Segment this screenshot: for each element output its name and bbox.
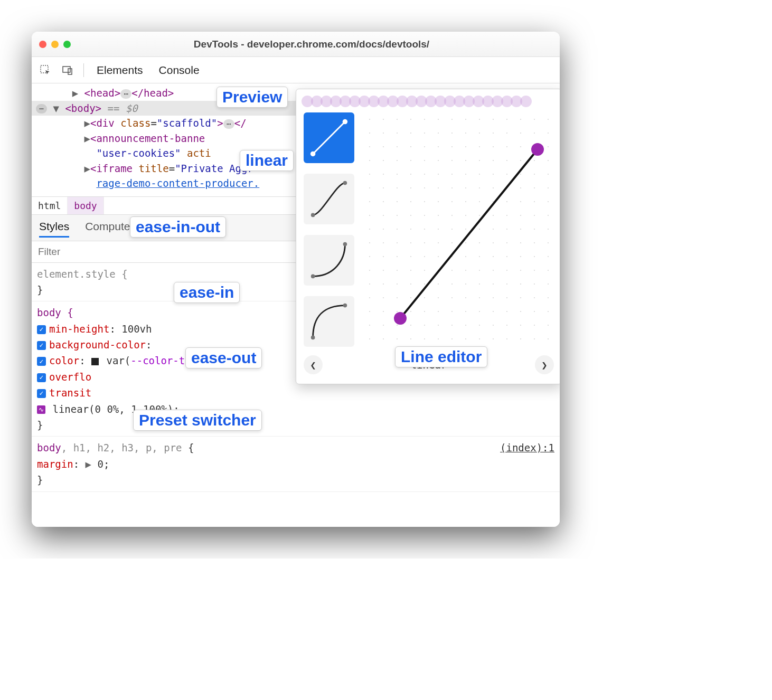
tab-computed[interactable]: Computed: [85, 220, 136, 238]
window-controls: [39, 41, 71, 48]
easing-presets-list: [304, 112, 354, 347]
tab-console[interactable]: Console: [156, 62, 203, 79]
easing-editor-popover: ❮ linear ❯: [296, 89, 560, 384]
preset-linear[interactable]: [304, 112, 354, 163]
easing-swatch-icon[interactable]: ∿: [37, 405, 45, 414]
prev-preset-button[interactable]: ❮: [304, 355, 323, 374]
svg-rect-1: [63, 67, 70, 72]
svg-line-11: [400, 149, 538, 318]
svg-point-6: [343, 181, 347, 185]
callout-linear: linear: [240, 150, 294, 171]
svg-point-5: [311, 213, 315, 217]
iframe-src-link[interactable]: rage-demo-content-producer.: [96, 177, 259, 189]
panel-body: ▶ <head>⋯</head> ⋯ ▼ <body> == $0 ▶<div …: [32, 83, 560, 527]
svg-point-10: [343, 304, 347, 308]
callout-ease-out: ease-out: [185, 347, 262, 368]
svg-point-12: [394, 312, 407, 325]
titlebar: DevTools - developer.chrome.com/docs/dev…: [32, 32, 560, 57]
inspect-icon[interactable]: [39, 64, 52, 77]
svg-point-13: [531, 143, 544, 156]
tab-styles[interactable]: Styles: [39, 220, 69, 238]
svg-point-8: [343, 242, 347, 247]
crumb-html[interactable]: html: [32, 197, 68, 214]
close-window-button[interactable]: [39, 41, 46, 48]
tab-elements[interactable]: Elements: [93, 62, 146, 79]
next-preset-button[interactable]: ❯: [535, 355, 554, 374]
separator: [83, 63, 84, 77]
preset-ease-out[interactable]: [304, 296, 354, 347]
collapsed-pill[interactable]: ⋯: [120, 89, 131, 99]
svg-point-9: [311, 336, 315, 340]
crumb-body[interactable]: body: [68, 197, 103, 214]
svg-point-4: [343, 119, 348, 125]
svg-point-3: [310, 152, 316, 157]
callout-preview: Preview: [216, 87, 288, 108]
callout-ease-in-out: ease-in-out: [130, 216, 226, 238]
easing-line-editor[interactable]: [363, 112, 554, 339]
window-title: DevTools - developer.chrome.com/docs/dev…: [71, 39, 552, 50]
checkbox-icon[interactable]: ✓: [37, 325, 46, 334]
devtools-toolbar: Elements Console: [32, 57, 560, 83]
source-link[interactable]: (index):1: [500, 440, 554, 456]
preset-ease-in-out[interactable]: [304, 174, 354, 224]
head-tag[interactable]: <head>: [84, 87, 121, 99]
color-swatch[interactable]: [91, 358, 99, 365]
callout-ease-in: ease-in: [174, 282, 240, 303]
preset-ease-in[interactable]: [304, 235, 354, 286]
easing-preview-strip: [304, 94, 554, 112]
devtools-window: DevTools - developer.chrome.com/docs/dev…: [32, 32, 560, 527]
svg-point-7: [311, 275, 315, 279]
callout-line-editor: Line editor: [395, 346, 487, 367]
minimize-window-button[interactable]: [51, 41, 59, 48]
callout-preset-switcher: Preset switcher: [133, 410, 262, 431]
device-toolbar-icon[interactable]: [61, 64, 74, 77]
zoom-window-button[interactable]: [63, 41, 71, 48]
body-heading-rule-block[interactable]: (index):1 body, h1, h2, h3, p, pre { mar…: [32, 437, 560, 491]
